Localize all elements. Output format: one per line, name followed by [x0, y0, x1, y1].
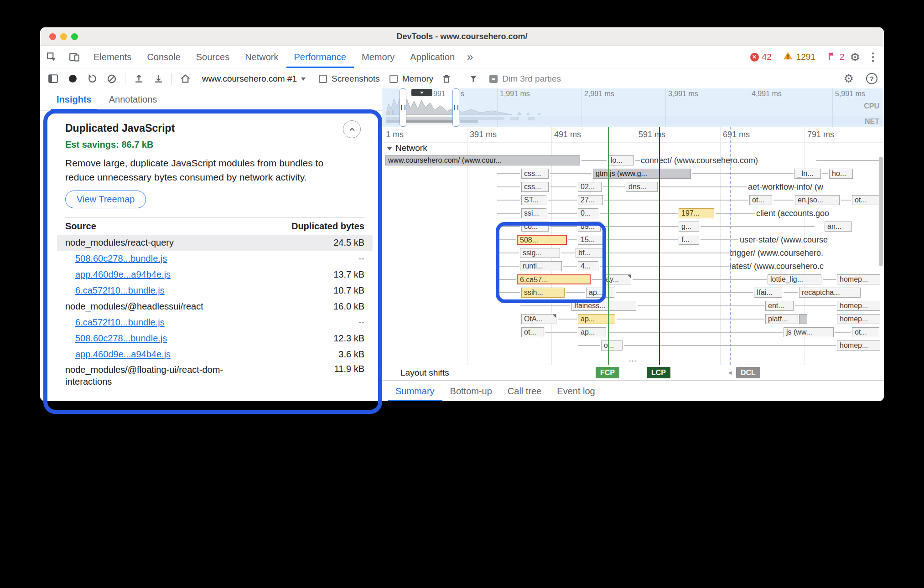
settings-icon[interactable]	[845, 46, 866, 68]
layout-shifts-track[interactable]: Layout shifts FCPLCP◄DCL	[382, 365, 884, 381]
network-request-chip[interactable]: Ifai...	[754, 288, 782, 298]
home-icon[interactable]	[179, 72, 192, 85]
tab-application[interactable]: Application	[402, 46, 462, 68]
network-request-chip[interactable]: ho...	[829, 169, 853, 179]
network-request-chip[interactable]: ST...	[521, 195, 546, 205]
network-request-chip[interactable]: ay...	[603, 274, 631, 284]
network-request-chip[interactable]: www.coursehero.com/ (www.cour...	[385, 155, 580, 165]
network-request-chip[interactable]: ent...	[765, 301, 794, 311]
network-request-chip[interactable]: bf...	[576, 248, 604, 258]
network-request-chip[interactable]: ot...	[852, 195, 879, 205]
network-request-chip[interactable]: homep...	[837, 301, 880, 311]
toggle-sidebar-icon[interactable]	[47, 72, 59, 85]
network-request-chip[interactable]: ap...	[578, 314, 615, 324]
network-request-chip[interactable]: 0...	[578, 208, 598, 218]
scrollbar[interactable]	[879, 157, 883, 266]
network-request-chip[interactable]: an...	[825, 222, 852, 232]
network-request-chip[interactable]: runti...	[520, 261, 562, 271]
network-request-chip[interactable]: 197...	[679, 208, 714, 218]
network-request-chip[interactable]: _In...	[794, 169, 821, 179]
capture-settings-icon[interactable]	[838, 72, 859, 85]
memory-checkbox[interactable]	[389, 75, 398, 83]
dim-third-parties-group[interactable]: Dim 3rd parties	[489, 74, 561, 84]
minimize-button[interactable]	[60, 33, 67, 40]
minimap-left-handle[interactable]	[400, 88, 406, 127]
network-request-chip[interactable]: 02...	[578, 182, 602, 192]
sidebar-tab-insights[interactable]: Insights	[51, 88, 97, 110]
screenshots-checkbox-group[interactable]: Screenshots	[319, 74, 380, 84]
reload-and-record-button[interactable]	[86, 72, 99, 85]
tab-call-tree[interactable]: Call tree	[500, 381, 549, 401]
network-request-chip[interactable]: ap...	[578, 327, 606, 337]
network-request-chip[interactable]: homep...	[837, 314, 880, 324]
network-request-chip[interactable]: 508...	[517, 235, 567, 245]
record-button[interactable]	[66, 72, 79, 85]
network-section-header[interactable]: Network	[382, 142, 884, 154]
sidebar-tab-annotations[interactable]: Annotations	[104, 88, 163, 110]
source-file-link[interactable]: 508.60c278...bundle.js	[65, 253, 167, 264]
close-button[interactable]	[49, 33, 56, 40]
memory-checkbox-group[interactable]: Memory	[389, 74, 434, 84]
network-request-chip[interactable]: d9...	[578, 222, 601, 232]
network-request-chip[interactable]: homep...	[837, 340, 880, 351]
network-request-chip[interactable]: dns...	[626, 182, 658, 192]
network-request-chip[interactable]: lottie_lig...	[768, 274, 821, 284]
inspect-icon[interactable]	[40, 46, 63, 68]
help-icon[interactable]	[866, 73, 877, 84]
source-file-link[interactable]: 508.60c278...bundle.js	[65, 333, 167, 344]
network-request-chip[interactable]: recaptcha...	[799, 288, 861, 298]
timeline-minimap[interactable]: 991s1,991 ms2,991 ms3,991 ms4,991 ms5,99…	[382, 88, 884, 127]
tab-elements[interactable]: Elements	[86, 46, 139, 68]
source-file-link[interactable]: 6.ca572f10...bundle.js	[65, 317, 165, 328]
collect-garbage-icon[interactable]	[440, 72, 453, 85]
network-request-chip[interactable]: platf...	[765, 314, 798, 324]
network-request-chip[interactable]: 6.ca57...	[517, 274, 591, 284]
more-options-icon[interactable]	[866, 46, 884, 68]
fullscreen-button[interactable]	[71, 33, 78, 40]
source-file-link[interactable]: app.460d9e...a94b4e.js	[65, 349, 171, 360]
network-request-chip[interactable]: ssi...	[521, 208, 546, 218]
tab-console[interactable]: Console	[139, 46, 188, 68]
network-request-chip[interactable]: ot...	[521, 327, 544, 337]
tab-sources[interactable]: Sources	[188, 46, 237, 68]
network-request-chip[interactable]: 4...	[578, 261, 598, 271]
network-request-chip[interactable]: 15...	[578, 235, 605, 245]
clear-recording-icon[interactable]	[105, 72, 118, 85]
profile-selector[interactable]: www.coursehero.com #1	[202, 74, 306, 84]
network-request-chip[interactable]: g...	[679, 222, 699, 232]
network-request-chip[interactable]: Ifainess...	[571, 301, 636, 311]
more-tabs-icon[interactable]	[462, 46, 478, 68]
network-request-chip[interactable]: homep...	[837, 274, 880, 284]
view-treemap-button[interactable]: View Treemap	[65, 191, 146, 208]
error-badge[interactable]: 42	[750, 46, 772, 68]
network-request-chip[interactable]: co...	[521, 222, 549, 232]
throttle-icon[interactable]	[467, 72, 480, 85]
network-request-chip[interactable]: css...	[521, 169, 549, 179]
dim-third-parties-checkbox[interactable]	[489, 75, 498, 83]
tab-summary[interactable]: Summary	[388, 381, 442, 401]
screenshots-checkbox[interactable]	[319, 75, 327, 83]
issues-badge[interactable]: 2	[826, 46, 845, 68]
network-request-chip[interactable]: OtA...	[521, 314, 556, 324]
network-request-chip[interactable]: gtm.js (www.g...	[593, 169, 691, 179]
network-request-chip[interactable]: css...	[521, 182, 549, 192]
network-request-chip[interactable]: en.jso...	[795, 195, 840, 205]
warning-badge[interactable]: 1291	[783, 46, 815, 68]
tab-performance[interactable]: Performance	[286, 46, 354, 68]
network-request-chip[interactable]: ot...	[749, 195, 772, 205]
network-request-chip[interactable]: ssig...	[520, 248, 560, 258]
network-request-chip[interactable]: lo...	[608, 155, 634, 165]
tab-memory[interactable]: Memory	[354, 46, 402, 68]
network-request-chip[interactable]: ap...	[586, 288, 614, 298]
titlebar[interactable]: DevTools - www.coursehero.com/	[40, 27, 884, 46]
network-request-chip[interactable]	[799, 314, 807, 324]
tab-bottom-up[interactable]: Bottom-up	[442, 381, 500, 401]
tab-event-log[interactable]: Event log	[549, 381, 602, 401]
minimap-right-handle[interactable]	[452, 88, 459, 127]
network-request-chip[interactable]: 27...	[578, 195, 603, 205]
network-request-chip[interactable]: ssih...	[521, 288, 565, 298]
tab-network[interactable]: Network	[237, 46, 286, 68]
network-request-chip[interactable]: f...	[679, 235, 699, 245]
source-file-link[interactable]: app.460d9e...a94b4e.js	[65, 269, 171, 280]
network-request-chip[interactable]: ot...	[852, 327, 879, 337]
